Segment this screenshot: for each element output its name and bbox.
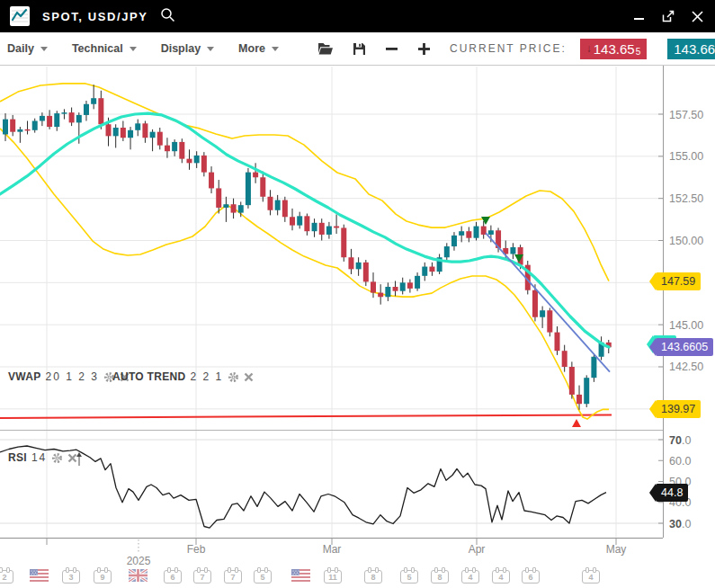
candlestick [459,231,464,236]
rsi-params: 14 [31,451,47,464]
calendar-event-icon[interactable]: 7 [224,570,242,584]
close-button[interactable] [691,10,704,23]
candlestick [3,120,8,135]
sell-signal-marker[interactable] [481,217,490,225]
candles-layer [3,85,612,410]
candlestick [429,267,434,272]
calendar-event-icon[interactable]: 9 [94,570,112,584]
candlestick [113,128,119,136]
menu-display[interactable]: Display [161,42,214,55]
svg-text:May: May [606,543,627,556]
title-bar: SPOT, USD/JPY [0,0,715,32]
candlestick [334,227,339,228]
popout-button[interactable] [661,9,675,23]
candlestick [209,173,214,189]
candlestick [326,227,332,235]
calendar-event-icon[interactable]: 11 [324,570,342,584]
menu-technical[interactable]: Technical [72,42,137,55]
rsi-line [0,446,606,528]
buy-price-badge[interactable]: 143.66 2 ↑ [667,39,715,59]
toolbar: Daily Technical Display More [0,32,715,66]
candlestick [157,132,163,146]
calendar-event-icon[interactable]: 3 [62,570,80,584]
calendar-event-icon[interactable]: 8 [431,570,449,584]
window-title: SPOT, USD/JPY [42,10,148,23]
current-price-label: CURRENT PRICE: [450,42,567,55]
calendar-event-icon[interactable]: 6 [522,570,540,584]
close-icon[interactable] [244,372,254,382]
calendar-event-icon[interactable]: 4 [582,570,600,584]
svg-text:2025: 2025 [127,555,151,567]
calendar-event-icon[interactable]: 6 [164,570,182,584]
menu-more[interactable]: More [238,42,279,55]
auto-trend-line[interactable] [486,233,610,372]
support-alert-marker[interactable] [572,419,581,427]
candlestick [223,204,228,208]
candlestick [25,129,31,131]
flag-uk-icon[interactable] [129,569,147,582]
calendar-event-icon[interactable]: 5 [400,570,418,584]
calendar-event-icon[interactable]: 4 [492,570,510,584]
candlestick [532,290,538,317]
menu-timeframe[interactable]: Daily [7,42,48,55]
candlestick [584,378,589,404]
save-layout-button[interactable] [353,42,366,56]
zoom-out-button[interactable] [385,42,398,56]
candlestick [238,205,244,212]
gear-icon[interactable] [228,371,239,383]
calendar-event-icon[interactable]: 5 [254,570,272,584]
minimize-button[interactable] [633,10,646,22]
close-icon[interactable] [67,453,77,463]
menu-more-label: More [238,42,265,55]
sell-pip: 5 [636,47,641,59]
candlestick [150,132,156,138]
sell-price-badge[interactable]: ↓ 143.65 5 [580,39,647,59]
candlestick [128,130,133,138]
calendar-event-icon[interactable]: 7 [193,570,211,584]
chart-canvas[interactable]: 157.50155.00152.50150.00145.00142.5070.0… [0,66,715,588]
zoom-in-button[interactable] [417,42,431,56]
svg-text:Apr: Apr [469,543,486,556]
candlestick [282,200,288,218]
svg-text:157.50: 157.50 [669,109,703,121]
candlestick [290,217,295,225]
candlestick [341,227,346,257]
bollinger-upper-band [0,84,609,281]
calendar-event-icon[interactable]: 8 [364,570,382,584]
gridlines [0,67,663,538]
candlestick [253,173,258,178]
search-icon[interactable] [160,7,175,26]
candlestick [201,156,207,173]
support-line[interactable] [0,414,612,418]
price-axis-badge: 139.97 [656,400,701,418]
arrow-down-icon: ↓ [586,42,592,55]
candlestick [194,156,200,163]
candlestick [371,281,376,292]
candlestick [562,351,568,367]
candlestick [297,216,302,225]
candlestick [407,282,413,289]
menu-timeframe-label: Daily [7,42,34,55]
candlestick [591,357,596,378]
candlestick [231,204,237,212]
price-axis-badge: 147.59 [656,272,701,290]
open-layout-button[interactable] [317,42,334,56]
candlestick [385,287,390,297]
candlestick [179,142,184,159]
calendar-event-icon[interactable]: 2 [0,570,13,584]
candlestick [547,310,552,332]
svg-text:145.00: 145.00 [669,319,703,332]
calendar-event-icon[interactable]: 4 [461,570,479,584]
price-chart-svg[interactable]: 157.50155.00152.50150.00145.00142.5070.0… [0,66,715,588]
vwap-params: 20 1 2 3 [46,370,99,383]
gear-icon[interactable] [51,452,63,464]
candlestick [69,112,75,122]
candlestick [555,333,560,352]
candlestick [444,246,450,257]
vwap-name: VWAP [8,370,41,383]
candlestick [121,128,126,138]
chart-app-icon [9,5,31,27]
flag-us-icon[interactable] [30,569,49,582]
flag-us-icon[interactable] [291,569,310,582]
candlestick [142,123,147,138]
